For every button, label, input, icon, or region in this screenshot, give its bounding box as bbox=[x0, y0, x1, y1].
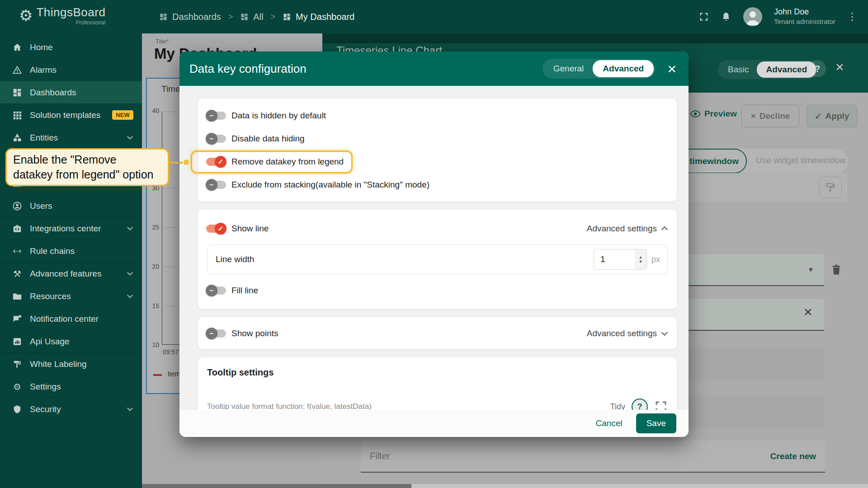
show-points-row[interactable]: − Show points Advanced settings bbox=[198, 322, 677, 345]
alarm-warning-icon bbox=[12, 65, 23, 75]
show-line-advanced-settings[interactable]: Advanced settings bbox=[587, 224, 667, 234]
scrollbar-thumb[interactable] bbox=[142, 484, 411, 488]
category-icon bbox=[12, 132, 23, 143]
dropdown-caret-icon[interactable]: ▼ bbox=[807, 266, 814, 273]
tidy-button[interactable]: Tidy bbox=[610, 402, 625, 410]
eye-icon bbox=[690, 108, 701, 119]
app-root: Title* My Dashboard Timeseries 40 30 25 … bbox=[0, 0, 868, 488]
sidebar-item-white-labeling[interactable]: White Labeling bbox=[0, 352, 142, 375]
dialog-body: − Data is hidden by default − Disable da… bbox=[179, 86, 689, 410]
sidebar-item-notification-center[interactable]: Notification center bbox=[0, 307, 142, 330]
sidebar-item-advanced-features[interactable]: ⚒ Advanced features bbox=[0, 262, 142, 285]
preview-button[interactable]: Preview bbox=[690, 108, 737, 119]
paint-roller-button[interactable] bbox=[819, 177, 842, 198]
user-avatar[interactable] bbox=[743, 7, 762, 26]
tutorial-callout: Enable the "Remove datakey from legend" … bbox=[5, 148, 169, 186]
help-button[interactable]: ? bbox=[809, 60, 826, 77]
y-axis-tick: 40 bbox=[141, 107, 159, 114]
create-new-link[interactable]: Create new bbox=[770, 451, 816, 461]
line-width-unit: px bbox=[651, 255, 660, 264]
folder-icon bbox=[12, 291, 23, 302]
tab-advanced[interactable]: Advanced bbox=[593, 60, 654, 77]
toggle-switch[interactable]: − bbox=[206, 110, 226, 122]
paint-roller-icon bbox=[825, 182, 836, 193]
decline-button[interactable]: ×Decline bbox=[741, 105, 799, 127]
sidebar-item-dashboards[interactable]: Dashboards bbox=[0, 81, 142, 103]
sidebar-item-users[interactable]: Users bbox=[0, 194, 142, 217]
save-button[interactable]: Save bbox=[636, 413, 676, 433]
sidebar-item-alarms[interactable]: Alarms bbox=[0, 58, 142, 81]
tooltip-function-label: Tooltip value format function: f(value, … bbox=[207, 402, 372, 410]
toggle-switch[interactable]: − bbox=[206, 133, 226, 145]
callout-text-line1: Enable the "Remove bbox=[13, 152, 161, 167]
y-axis-tick: 25 bbox=[141, 224, 159, 231]
sidebar-item-settings[interactable]: ⚙ Settings bbox=[0, 375, 142, 398]
callout-connector-dot bbox=[184, 160, 189, 165]
fullscreen-icon[interactable] bbox=[699, 12, 709, 22]
stepper-up-icon[interactable]: ▲ bbox=[639, 255, 643, 259]
mode-advanced[interactable]: Advanced bbox=[757, 61, 816, 78]
sidebar-item-solution-templates[interactable]: Solution templates NEW bbox=[0, 103, 142, 126]
toggle-switch[interactable]: − bbox=[206, 328, 226, 339]
dashboard-grid-icon bbox=[159, 13, 168, 21]
brand-logo[interactable]: ⚙ ThingsBoard Professional bbox=[19, 5, 105, 26]
toggle-row-hidden-by-default[interactable]: − Data is hidden by default bbox=[198, 104, 677, 127]
show-line-row[interactable]: ✓ Show line Advanced settings bbox=[198, 217, 677, 240]
integration-icon bbox=[12, 223, 23, 234]
tooltip-settings-card: Tooltip settings Tooltip value format fu… bbox=[198, 357, 677, 410]
filter-field[interactable]: Filter Create new bbox=[361, 441, 825, 473]
sidebar-item-api-usage[interactable]: Api Usage bbox=[0, 330, 142, 352]
dashboard-grid-icon bbox=[283, 13, 291, 21]
fill-line-row[interactable]: − Fill line bbox=[198, 279, 677, 302]
apply-button[interactable]: ✓Apply bbox=[807, 105, 857, 127]
show-points-advanced-settings[interactable]: Advanced settings bbox=[587, 328, 667, 338]
chevron-down-icon bbox=[127, 270, 133, 276]
timewindow-widget-option[interactable]: Use widget timewindow bbox=[756, 155, 846, 165]
sidebar-item-rule-chains[interactable]: Rule chains bbox=[0, 239, 142, 262]
brand-edition: Professional bbox=[75, 20, 105, 26]
cancel-button[interactable]: Cancel bbox=[596, 418, 623, 428]
function-help-icon[interactable]: ? bbox=[632, 399, 648, 410]
chevron-down-icon bbox=[127, 405, 133, 411]
more-menu-icon[interactable]: ⋮ bbox=[847, 14, 857, 19]
config-mode-toggle: Basic Advanced bbox=[718, 60, 818, 79]
toggle-switch[interactable]: − bbox=[206, 179, 226, 191]
notification-flag-icon bbox=[12, 314, 23, 324]
breadcrumb-dashboards[interactable]: Dashboards bbox=[159, 12, 221, 22]
x-icon: × bbox=[751, 111, 756, 121]
number-stepper[interactable]: ▲▼ bbox=[635, 249, 646, 269]
sidebar-item-security[interactable]: Security bbox=[0, 398, 142, 420]
breadcrumb-my-dashboard[interactable]: My Dashboard bbox=[283, 12, 354, 22]
dialog-close-icon[interactable]: × bbox=[667, 62, 676, 75]
tab-general[interactable]: General bbox=[544, 64, 593, 74]
chevron-down-icon bbox=[127, 225, 133, 230]
toggle-row-disable-data-hiding[interactable]: − Disable data hiding bbox=[198, 127, 677, 150]
delete-datasource-icon[interactable] bbox=[830, 263, 843, 277]
sidebar-item-home[interactable]: Home bbox=[0, 36, 142, 58]
toggle-switch-on[interactable]: ✓ bbox=[206, 223, 226, 235]
sidebar-item-integrations-center[interactable]: Integrations center bbox=[0, 217, 142, 239]
notifications-bell-icon[interactable] bbox=[721, 11, 731, 22]
show-line-card: ✓ Show line Advanced settings Line width… bbox=[198, 210, 677, 309]
callout-text-line2: datakey from legend" option bbox=[13, 167, 161, 182]
toggle-switch[interactable]: − bbox=[206, 285, 226, 296]
sidebar-item-resources[interactable]: Resources bbox=[0, 285, 142, 307]
user-info[interactable]: John Doe Tenant administrator bbox=[774, 7, 835, 27]
breadcrumb-all[interactable]: All bbox=[240, 12, 263, 22]
toggle-row-exclude-from-stacking[interactable]: − Exclude from stacking(available in "St… bbox=[198, 173, 677, 196]
config-close-icon[interactable]: × bbox=[835, 59, 844, 75]
dialog-header: Data key configuration General Advanced … bbox=[179, 52, 689, 86]
dialog-footer: Cancel Save bbox=[179, 410, 689, 437]
user-circle-icon bbox=[12, 201, 23, 211]
horizontal-scrollbar[interactable] bbox=[142, 484, 868, 488]
paint-roller-icon bbox=[12, 359, 23, 370]
remove-datakey-chip-icon[interactable]: × bbox=[804, 304, 812, 320]
stepper-down-icon[interactable]: ▼ bbox=[639, 259, 643, 264]
expand-editor-icon[interactable] bbox=[654, 400, 668, 410]
line-width-input[interactable]: 1 ▲▼ bbox=[594, 249, 647, 270]
sidebar-item-entities[interactable]: Entities bbox=[0, 126, 142, 149]
user-role: Tenant administrator bbox=[774, 17, 835, 27]
line-width-label: Line width bbox=[216, 254, 255, 264]
legend-series-label[interactable]: tem bbox=[168, 370, 180, 379]
mode-basic[interactable]: Basic bbox=[720, 65, 757, 75]
